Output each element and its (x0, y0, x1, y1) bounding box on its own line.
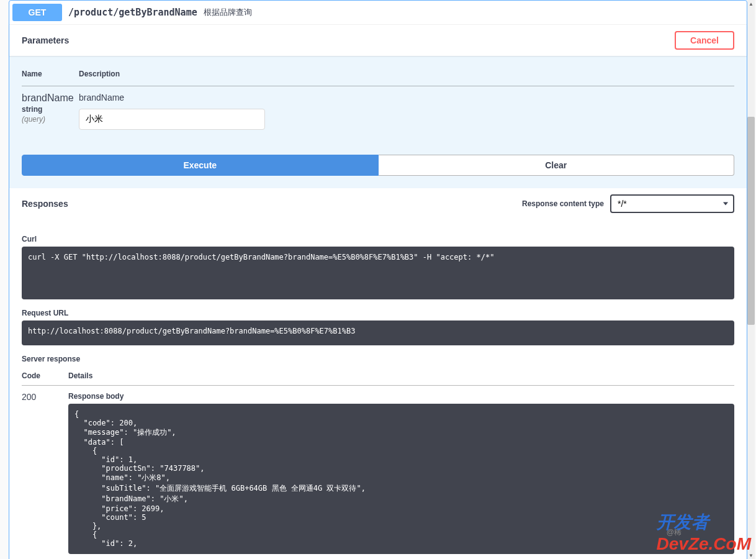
response-table: Code Details 200 Response body { "code":… (22, 366, 734, 559)
column-description: Description (79, 62, 734, 86)
curl-command: curl -X GET "http://localhost:8088/produ… (22, 247, 734, 299)
request-url: http://localhost:8088/product/getByBrand… (22, 320, 734, 345)
parameters-header: Parameters Cancel (9, 25, 747, 56)
column-details: Details (68, 366, 734, 386)
response-row: 200 Response body { "code": 200, "messag… (22, 386, 734, 560)
column-name: Name (22, 62, 79, 86)
param-description: brandName (79, 93, 734, 102)
response-body: { "code": 200, "message": "操作成功", "data"… (68, 404, 734, 554)
column-code: Code (22, 366, 68, 386)
content-type-select[interactable]: */* (610, 194, 734, 213)
parameter-row: brandName string (query) brandName (22, 86, 734, 137)
cancel-button[interactable]: Cancel (675, 31, 734, 50)
scroll-up-arrow[interactable]: ▲ (747, 0, 755, 7)
responses-heading: Responses (22, 199, 68, 209)
http-method-badge: GET (12, 4, 62, 21)
operation-summary[interactable]: GET /product/getByBrandName 根据品牌查询 (9, 1, 747, 25)
content-type-label: Response content type (522, 199, 604, 208)
param-value-input[interactable] (79, 109, 265, 130)
param-type: string (22, 105, 79, 114)
scroll-down-arrow[interactable]: ▼ (747, 552, 755, 559)
response-body-heading: Response body (68, 392, 734, 401)
scrollbar-thumb[interactable] (747, 117, 755, 325)
param-name: brandName (22, 93, 79, 104)
responses-header: Responses Response content type */* (9, 188, 747, 219)
curl-heading: Curl (22, 235, 734, 243)
clear-button[interactable]: Clear (379, 155, 735, 176)
response-code: 200 (22, 386, 68, 560)
server-response-heading: Server response (22, 355, 734, 363)
browser-scrollbar[interactable]: ▲ ▼ (747, 0, 755, 559)
parameters-heading: Parameters (22, 35, 69, 45)
operation-description: 根据品牌查询 (204, 7, 252, 18)
operation-path: /product/getByBrandName (68, 7, 197, 18)
param-in: (query) (22, 115, 79, 124)
parameters-table: Name Description brandName string (query… (22, 62, 734, 136)
operation-block: GET /product/getByBrandName 根据品牌查询 Param… (9, 0, 747, 559)
action-buttons: Execute Clear (9, 148, 747, 188)
request-url-heading: Request URL (22, 309, 734, 317)
execute-button[interactable]: Execute (22, 155, 379, 176)
